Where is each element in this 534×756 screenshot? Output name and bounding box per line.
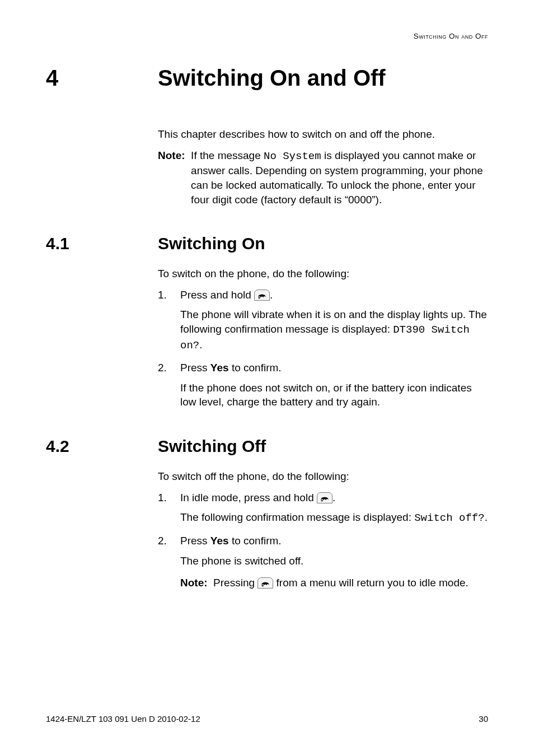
step-1-sub-b: . (199, 339, 202, 351)
note-text: If the message No System is displayed yo… (191, 148, 488, 207)
step-number: 1. (158, 288, 180, 302)
note-text: Pressing from a menu will return you to … (213, 576, 488, 590)
section-body-4-2: To switch off the phone, do the followin… (158, 469, 488, 598)
note-text-b: from a menu will return you to idle mode… (273, 577, 469, 589)
step-text-bold: Yes (210, 362, 229, 374)
intro-paragraph: This chapter describes how to switch on … (158, 127, 488, 142)
section-heading-4-1: 4.1 Switching On (46, 232, 488, 255)
note-label: Note: (158, 148, 191, 207)
step-text-b: to confirm. (229, 535, 282, 547)
chapter-heading: 4 Switching On and Off (46, 63, 488, 93)
step-1: 1. In idle mode, press and hold . (158, 491, 488, 505)
section-lead: To switch on the phone, do the following… (158, 267, 488, 281)
hook-icon (257, 577, 273, 589)
hook-icon (317, 492, 332, 503)
footer-page-number: 30 (479, 713, 488, 725)
step-2: 2. Press Yes to confirm. (158, 361, 488, 375)
footer-left: 1424-EN/LZT 103 091 Uen D 2010-02-12 (46, 713, 200, 725)
step-2-sub: The phone is switched off. (180, 554, 488, 568)
step-text-a: Press (180, 535, 210, 547)
chapter-number: 4 (46, 63, 158, 93)
section-number: 4.2 (46, 435, 158, 458)
step-1-sub: The following confirmation message is di… (180, 510, 488, 526)
note-text-a: Pressing (213, 577, 257, 589)
running-header: Switching On and Off (414, 31, 488, 41)
section-heading-4-2: 4.2 Switching Off (46, 435, 488, 458)
note-code: No System (264, 150, 321, 162)
step-2: 2. Press Yes to confirm. (158, 534, 488, 548)
chapter-title: Switching On and Off (158, 63, 386, 93)
step-number: 1. (158, 491, 180, 505)
step-text-bold: Yes (210, 535, 229, 547)
page-footer: 1424-EN/LZT 103 091 Uen D 2010-02-12 30 (46, 713, 488, 725)
intro-note: Note: If the message No System is displa… (158, 148, 488, 207)
section-title: Switching Off (158, 435, 266, 458)
step-1-sub: The phone will vibrate when it is on and… (180, 307, 488, 353)
step-text-b: to confirm. (229, 362, 282, 374)
chapter-intro: This chapter describes how to switch on … (158, 127, 488, 207)
step-1: 1. Press and hold . (158, 288, 488, 302)
hook-icon (254, 290, 270, 301)
section-lead: To switch off the phone, do the followin… (158, 469, 488, 484)
section-number: 4.1 (46, 232, 158, 255)
section-body-4-1: To switch on the phone, do the following… (158, 267, 488, 417)
step-text-a: Press (180, 362, 210, 374)
step-text-b: . (332, 492, 335, 503)
step-number: 2. (158, 361, 180, 375)
step-text-a: In idle mode, press and hold (180, 492, 317, 503)
step-2-sub: If the phone does not switch on, or if t… (180, 381, 488, 409)
step-text-a: Press and hold (180, 289, 254, 301)
step-1-sub-code: Switch off? (414, 512, 484, 524)
step-1-sub-a: The following confirmation message is di… (180, 511, 414, 523)
note-label: Note: (180, 576, 213, 590)
section-title: Switching On (158, 232, 265, 255)
note-text-a: If the message (191, 150, 264, 161)
step-number: 2. (158, 534, 180, 548)
step-1-sub-b: . (485, 511, 488, 523)
step-text-b: . (270, 289, 273, 301)
section-note: Note: Pressing from a menu will return y… (180, 576, 488, 590)
